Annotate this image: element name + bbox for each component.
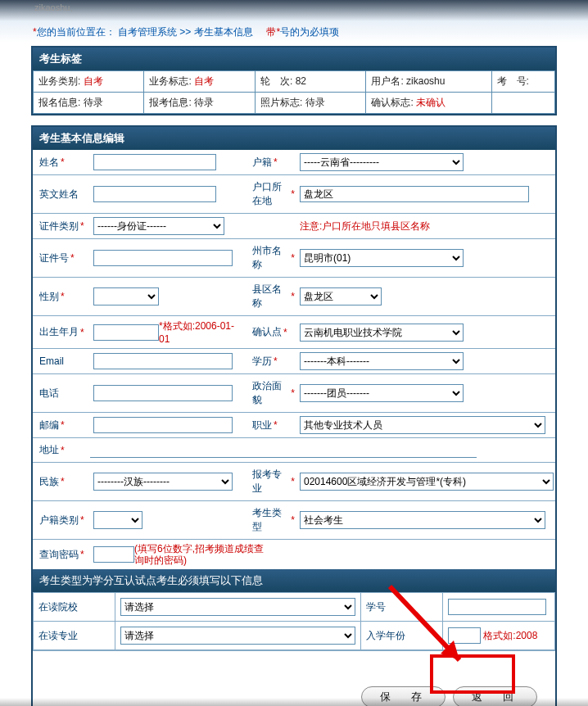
birth-input[interactable] (93, 324, 159, 341)
window-shadow (0, 698, 588, 706)
panel-sub-title: 考生类型为学分互认试点考生必须填写以下信息 (33, 569, 555, 592)
lbl-year: 入学年份 (361, 622, 443, 650)
hukou-input[interactable] (300, 186, 529, 202)
confirm-select[interactable]: 云南机电职业技术学院 (300, 324, 464, 342)
top-user-text: zikaoshu、 (0, 0, 588, 14)
tag-user: 用户名: zikaoshu (366, 71, 491, 93)
pol-select[interactable]: -------团员------- (300, 384, 464, 402)
hukou-hint: 注意:户口所在地只填县区名称 (300, 219, 430, 233)
tag-bizcat: 业务类别: 自考 (34, 71, 144, 93)
pwd-input[interactable] (93, 546, 134, 563)
lbl-stuid: 学号 (361, 593, 443, 622)
sex-select[interactable] (93, 287, 159, 305)
lbl-confirm: 确认点* (249, 316, 298, 348)
lbl-email: Email (33, 349, 88, 373)
lbl-idno: 证件号* (33, 239, 88, 277)
tag-signup: 报名信息: 待录 (34, 93, 144, 114)
tag-photo: 照片标志: 待录 (255, 93, 365, 114)
lbl-tel: 电话 (33, 374, 88, 412)
major-select[interactable]: 02014600区域经济开发与管理*(专科) (300, 473, 554, 491)
addr-input[interactable] (90, 443, 477, 458)
job-select[interactable]: 其他专业技术人员 (300, 416, 545, 434)
year-hint: 格式如:2008 (483, 630, 537, 641)
lbl-name: 姓名* (33, 150, 88, 174)
lbl-hukou: 户口所在地* (249, 175, 298, 213)
stuid-input[interactable] (448, 599, 546, 615)
lbl-sex: 性别* (33, 278, 88, 315)
tag-apply: 报考信息: 待录 (144, 93, 255, 114)
kstype-select[interactable]: 社会考生 (300, 511, 545, 529)
birth-hint: *格式如:2006-01-01 (159, 319, 244, 345)
panel-tags-title: 考生标签 (33, 48, 555, 70)
lbl-birth: 出生年月* (33, 316, 88, 348)
idtype-select[interactable]: ------身份证------ (93, 217, 224, 235)
tel-input[interactable] (93, 385, 233, 401)
lbl-edu: 学历* (249, 349, 298, 373)
lbl-submajor: 在读专业 (34, 622, 115, 650)
panel-tags: 考生标签 业务类别: 自考 业务标志: 自考 轮 次: 82 用户名: zika… (31, 46, 557, 115)
lbl-addr: 地址* (33, 438, 88, 462)
lbl-enname: 英文姓名 (33, 175, 88, 213)
submajor-select[interactable]: 请选择 (120, 627, 355, 645)
lbl-job: 职业* (249, 413, 298, 437)
crumb-page[interactable]: 考生基本信息 (194, 26, 253, 38)
lbl-school: 在读院校 (34, 593, 115, 622)
lbl-post: 邮编* (33, 413, 88, 437)
tag-examno: 考 号: (491, 71, 554, 93)
hujilb-select[interactable] (93, 511, 142, 529)
city-select[interactable]: 昆明市(01) (300, 249, 464, 267)
crumb-sys[interactable]: 自考管理系统 (118, 26, 177, 38)
name-input[interactable] (93, 154, 216, 170)
email-input[interactable] (93, 353, 233, 369)
lbl-huji: 户籍* (249, 150, 298, 174)
tag-confirm: 确认标志: 未确认 (366, 93, 491, 114)
county-select[interactable]: 盘龙区 (300, 287, 382, 305)
year-input[interactable] (448, 627, 481, 644)
nation-select[interactable]: --------汉族-------- (93, 473, 233, 491)
lbl-hujilb: 户籍类别* (33, 501, 88, 539)
huji-select[interactable]: -----云南省--------- (300, 153, 464, 171)
enname-input[interactable] (93, 186, 216, 202)
edu-select[interactable]: -------本科------- (300, 352, 464, 370)
lbl-nation: 民族* (33, 463, 88, 500)
tag-round: 轮 次: 82 (255, 71, 365, 93)
lbl-city: 州市名称* (249, 239, 298, 277)
school-select[interactable]: 请选择 (120, 598, 355, 616)
panel-edit-title: 考生基本信息编辑 (33, 127, 555, 150)
lbl-kstype: 考生类型* (249, 501, 298, 539)
lbl-idtype: 证件类别* (33, 214, 88, 238)
breadcrumb: *您的当前位置在： 自考管理系统 >> 考生基本信息 带*号的为必填项 (31, 25, 557, 39)
tag-bizflag: 业务标志: 自考 (144, 71, 255, 93)
post-input[interactable] (93, 417, 233, 433)
lbl-county: 县区名称* (249, 278, 298, 315)
lbl-pwd: 查询密码* (33, 540, 88, 569)
panel-edit: 考生基本信息编辑 姓名* 户籍* -----云南省--------- 英文姓名 … (31, 125, 557, 706)
lbl-pol: 政治面貌* (249, 374, 298, 412)
pwd-hint: (填写6位数字,招考频道成绩查询时的密码) (134, 543, 265, 566)
idno-input[interactable] (93, 250, 233, 266)
lbl-major: 报考专业* (249, 463, 298, 500)
